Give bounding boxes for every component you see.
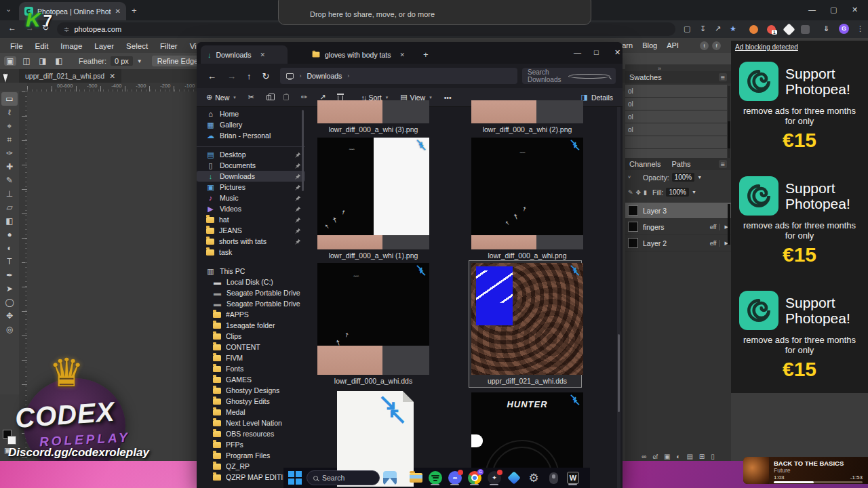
panel-menu-icon[interactable]: ≡ [719,160,727,168]
menu-item[interactable]: Image [54,42,88,50]
menu-item[interactable]: File [4,42,29,50]
back-icon[interactable]: ← [208,71,216,81]
spotify-icon[interactable] [428,470,443,485]
photopea-ad-card[interactable]: Support Photopea! remove ads for three m… [731,54,868,168]
new-explorer-tab-button[interactable]: + [423,49,429,60]
tab-close-icon[interactable]: ✕ [399,52,405,58]
opacity-value[interactable]: 100% [672,173,695,182]
sidebar-item[interactable]: Fonts [197,363,305,374]
sidebar-item[interactable]: Next Level Nation [197,418,305,428]
menu-item[interactable]: Edit [29,42,55,50]
sidebar-item[interactable]: Medal [197,407,305,418]
sidebar-item[interactable]: #APPS [197,309,305,320]
details-button[interactable]: ◨ Details [580,93,613,102]
sidebar-item[interactable]: CONTENT [197,342,305,352]
tool-button[interactable]: ◎ [1,323,18,336]
media-player-overlay[interactable]: BACK TO THE BASICS Future 1:03 -1:53 [743,457,868,484]
breadcrumb[interactable]: › Downloads › [280,68,517,84]
menu-item[interactable]: Filter [154,42,184,50]
tab-close-icon[interactable]: ✕ [115,7,121,15]
lock-pixels-icon[interactable]: ✎ [628,189,633,196]
cut-icon[interactable]: ✂ [248,93,254,102]
tool-button[interactable]: ◐ [1,241,18,255]
tool-button[interactable]: ⌗ [1,133,18,146]
tab-search-chevron-icon[interactable]: ⌄ [5,5,12,14]
file-item-selected[interactable]: ↘↖ uppr_diff_021_a_whi.dds [469,261,581,387]
new-tab-button[interactable]: + [132,5,137,16]
browser-maximize-button[interactable]: ▢ [830,5,837,14]
document-tab[interactable]: uppr_diff_021_a_whi.psd ✕ [19,69,121,83]
paste-icon[interactable] [283,94,289,100]
sidebar-item[interactable]: Ghostyy Edits [197,396,305,407]
start-button[interactable] [288,470,302,485]
tab-close-icon[interactable]: ✕ [260,52,265,58]
sidebar-item[interactable]: ▬ Seagate Portable Drive (D:) [197,298,305,309]
sidebar-item[interactable] [197,258,305,266]
up-icon[interactable]: ↑ [247,71,252,81]
explorer-maximize-button[interactable]: □ [594,48,599,56]
peripheral-app-icon[interactable] [546,470,561,485]
photopea-ad-card[interactable]: Support Photopea! remove ads for three m… [731,283,868,397]
tool-button[interactable]: ◯ [1,296,18,309]
save-page-icon[interactable]: ↧ [700,24,706,33]
bookmark-star-icon[interactable]: ★ [730,24,736,33]
tool-button[interactable]: ✒ [1,268,18,282]
tab-paths[interactable]: Paths [671,160,690,168]
swatch-row[interactable]: ol [625,85,727,98]
tool-button[interactable]: ● [1,228,18,241]
blend-mode-dropdown-icon[interactable]: ˅ [628,175,631,180]
link-layers-icon[interactable]: ∞ [642,453,646,460]
file-explorer-icon[interactable] [408,470,423,485]
tool-button[interactable]: ◧ [1,214,18,228]
sidebar-item[interactable]: Ghostyy Designs [197,385,305,396]
chrome-icon[interactable]: G [467,470,482,485]
file-item[interactable]: ∼∽ † † † ↘↖ lowr_diff_000_a_whi.png [471,138,583,260]
twitter-icon[interactable]: t [700,41,709,50]
copy-icon[interactable] [267,95,271,100]
sidebar-item[interactable]: ▥ This PC [197,266,305,277]
sidebar-item[interactable]: ♪ Music [197,192,305,203]
tool-button[interactable]: ➤ [1,282,18,296]
send-tab-icon[interactable]: ↗ [715,24,721,33]
profile-avatar[interactable]: G [839,24,849,34]
intersect-selection-mode-icon[interactable]: ◧ [53,56,65,66]
top-link[interactable]: API [667,41,679,49]
sidebar-item[interactable]: ▯ Documents [197,160,305,171]
tab-channels[interactable]: Channels [629,160,660,168]
file-item[interactable]: ∼∽ † † † ↘↖ lowr_diff_000_a_whi (1).png [317,138,429,260]
sidebar-item[interactable]: GAMES [197,374,305,385]
tool-button[interactable]: ✎ [1,174,18,187]
lock-position-icon[interactable]: ✥ [636,189,642,196]
fill-value[interactable]: 100% [666,188,689,197]
file-item[interactable]: lowr_diff_000_a_whi (3).png [317,100,429,134]
sidebar-item[interactable]: shorts with tats [197,236,305,247]
sidebar-item[interactable]: ⌂ Home [197,108,305,119]
group-layers-icon[interactable]: ▤ [686,453,692,460]
delete-layer-icon[interactable]: ▯ [711,453,715,460]
swatch-row[interactable] [625,136,727,149]
new-layer-icon[interactable]: ⊞ [699,453,705,460]
layer-row[interactable]: Layer 3 [625,203,731,219]
media-progress-bar[interactable] [774,481,863,483]
sidebar-item[interactable]: JEANS [197,225,305,236]
opacity-dropdown-icon[interactable]: ▼ [697,175,702,180]
sidebar-item[interactable]: task [197,247,305,258]
file-item[interactable]: lowr_diff_000_a_whi (2).png [471,100,583,134]
swatches-scrollbar[interactable] [728,86,730,161]
adjustment-layer-icon[interactable]: ◐ [676,453,680,460]
sidebar-item[interactable]: 1seagate folder [197,320,305,331]
sidebar-item[interactable]: ↓ Downloads [197,171,305,182]
tool-button[interactable]: ▱ [1,201,18,214]
layer-effects-icon[interactable]: ef [652,453,658,460]
explorer-minimize-button[interactable]: — [574,48,581,56]
layer-mask-icon[interactable]: ▣ [664,453,670,460]
layer-row[interactable]: Layer 2 eff ▶ [625,235,731,251]
sidebar-item[interactable]: Clips [197,331,305,342]
refresh-icon[interactable]: ↻ [262,71,270,81]
add-selection-mode-icon[interactable]: ◫ [20,56,33,66]
back-icon[interactable]: ← [8,23,16,33]
sidebar-item[interactable]: ☁ Brian - Personal [197,130,305,141]
tool-button[interactable]: ⌖ [1,119,18,133]
chevron-right-icon[interactable]: › [347,73,349,79]
sidebar-item[interactable]: ▬ Local Disk (C:) [197,277,305,287]
